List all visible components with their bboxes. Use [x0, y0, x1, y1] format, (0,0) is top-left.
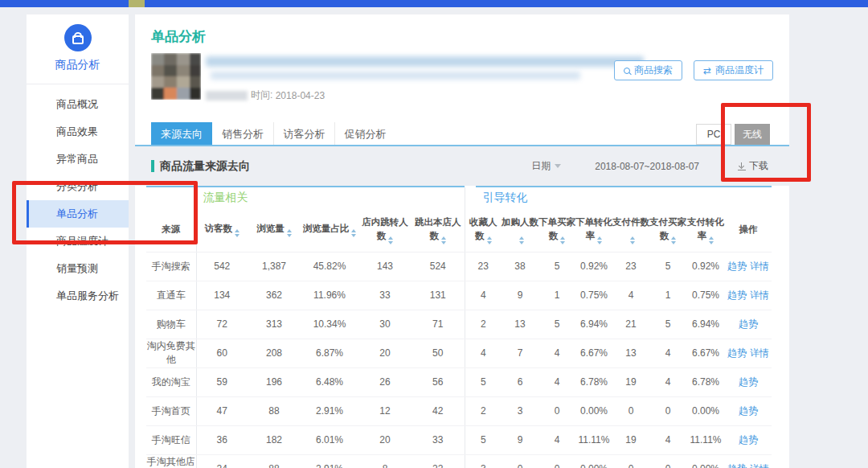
sidebar-item-5[interactable]: 单品分析	[27, 200, 129, 228]
time-value: 2018-04-23	[276, 90, 325, 101]
sort-icon[interactable]	[487, 236, 492, 244]
column-header-9[interactable]: 下单买家数	[538, 208, 575, 252]
actions-cell: 趋势详情	[725, 281, 772, 310]
product-search-button[interactable]: 商品搜索	[614, 60, 682, 80]
value-cell: 4	[538, 425, 575, 454]
sort-icon[interactable]	[630, 236, 635, 244]
value-cell: 88	[248, 454, 301, 468]
value-cell: 4	[612, 281, 649, 310]
trend-link[interactable]: 趋势	[727, 289, 747, 301]
value-cell: 13	[502, 310, 538, 339]
main-panel: 单品分析 时间: 2018-04-23 商品搜索 ⇄ 商品温度计	[135, 14, 789, 468]
source-cell: 淘内免费其他	[146, 339, 196, 367]
source-cell: 我的淘宝	[146, 367, 196, 396]
value-cell: 542	[196, 252, 248, 281]
value-cell: 3	[465, 454, 502, 468]
sort-icon[interactable]	[597, 236, 602, 244]
value-cell: 7	[502, 339, 538, 367]
value-cell: 33	[358, 281, 411, 310]
device-toggle: PC 无线	[696, 124, 770, 145]
value-cell: 24	[196, 454, 248, 468]
value-cell: 134	[196, 281, 248, 310]
sidebar-menu: 商品概况商品效果异常商品分类分析单品分析商品温度计销量预测单品服务分析	[27, 84, 129, 310]
value-cell: 9	[502, 425, 538, 454]
pc-toggle-button[interactable]: PC	[696, 124, 731, 145]
value-cell: 6.94%	[686, 310, 725, 339]
sidebar-item-6[interactable]: 商品温度计	[27, 228, 129, 255]
value-cell: 12	[358, 396, 411, 425]
value-cell: 3	[502, 396, 538, 425]
trend-link[interactable]: 趋势	[727, 347, 747, 359]
value-cell: 0	[649, 454, 686, 468]
column-header-6[interactable]: 跳出本店人数	[411, 208, 465, 252]
value-cell: 5	[538, 252, 575, 281]
sort-icon[interactable]	[287, 229, 292, 237]
column-header-13[interactable]: 支付转化率	[686, 208, 725, 252]
sort-icon[interactable]	[388, 236, 393, 244]
value-cell: 1	[538, 281, 575, 310]
value-cell: 0.00%	[575, 396, 612, 425]
source-cell: 手淘首页	[146, 396, 196, 425]
section-accent-bar	[151, 160, 154, 172]
column-header-7[interactable]: 收藏人数	[465, 208, 502, 252]
detail-link[interactable]: 详情	[750, 347, 769, 359]
value-cell: 0	[538, 396, 575, 425]
sidebar-item-2[interactable]: 商品效果	[27, 118, 129, 146]
detail-link[interactable]: 详情	[750, 261, 769, 272]
value-cell: 313	[248, 310, 301, 339]
trend-link[interactable]: 趋势	[739, 318, 758, 330]
chevron-down-icon	[555, 164, 561, 168]
sidebar-item-4[interactable]: 分类分析	[27, 173, 129, 200]
value-cell: 30	[358, 310, 411, 339]
tab-3[interactable]: 访客分析	[273, 122, 334, 146]
trend-link[interactable]: 趋势	[739, 434, 758, 445]
trend-link[interactable]: 趋势	[727, 261, 747, 272]
tab-1[interactable]: 来源去向	[151, 122, 212, 146]
sidebar-item-7[interactable]: 销量预测	[27, 255, 129, 282]
product-thermometer-button[interactable]: ⇄ 商品温度计	[694, 60, 773, 80]
wireless-toggle-button[interactable]: 无线	[735, 124, 770, 145]
sidebar-item-1[interactable]: 商品概况	[27, 91, 129, 118]
date-filter-dropdown[interactable]: 日期	[531, 159, 561, 173]
download-button[interactable]: 下载	[738, 159, 768, 173]
column-header-4[interactable]: 浏览量占比	[301, 208, 358, 252]
value-cell: 50	[411, 339, 465, 367]
search-icon	[624, 68, 630, 74]
sort-icon[interactable]	[560, 236, 565, 244]
value-cell: 9	[502, 281, 538, 310]
section-controls: 日期 2018-08-07~2018-08-07 下载	[531, 159, 789, 173]
redacted-label	[206, 91, 248, 101]
value-cell: 4	[649, 339, 686, 367]
trend-link[interactable]: 趋势	[739, 376, 758, 388]
value-cell: 11.96%	[301, 281, 358, 310]
screen: 商品分析 商品概况商品效果异常商品分类分析单品分析商品温度计销量预测单品服务分析…	[0, 0, 868, 468]
tab-2[interactable]: 销售分析	[212, 122, 273, 146]
sidebar-item-3[interactable]: 异常商品	[27, 146, 129, 173]
tab-4[interactable]: 促销分析	[334, 122, 395, 146]
value-cell: 56	[411, 367, 465, 396]
sort-icon[interactable]	[709, 236, 714, 244]
sort-icon[interactable]	[235, 229, 240, 237]
sidebar-item-8[interactable]: 单品服务分析	[27, 282, 129, 310]
trend-link[interactable]: 趋势	[727, 463, 747, 468]
detail-link[interactable]: 详情	[750, 289, 769, 301]
column-header-11[interactable]: 支付件数	[612, 208, 649, 252]
redacted-product-title	[206, 56, 644, 67]
value-cell: 13	[612, 339, 649, 367]
column-header-10[interactable]: 下单转化率	[575, 208, 612, 252]
column-header-12[interactable]: 支付买家数	[649, 208, 686, 252]
sort-icon[interactable]	[519, 236, 524, 244]
sort-icon[interactable]	[441, 236, 446, 244]
column-header-2[interactable]: 访客数	[196, 208, 248, 252]
sort-icon[interactable]	[671, 236, 676, 244]
detail-link[interactable]: 详情	[750, 463, 769, 468]
group-header-flow: 流量相关	[196, 187, 465, 208]
sort-icon[interactable]	[351, 229, 356, 237]
value-cell: 0.00%	[686, 454, 725, 468]
table-row: 我的淘宝591966.48%26565646.78%1946.78%趋势	[146, 367, 772, 396]
column-header-8[interactable]: 加购人数	[502, 208, 538, 252]
trend-link[interactable]: 趋势	[739, 405, 758, 417]
column-header-5[interactable]: 店内跳转人数	[358, 208, 411, 252]
column-header-3[interactable]: 浏览量	[248, 208, 301, 252]
value-cell: 4	[538, 339, 575, 367]
